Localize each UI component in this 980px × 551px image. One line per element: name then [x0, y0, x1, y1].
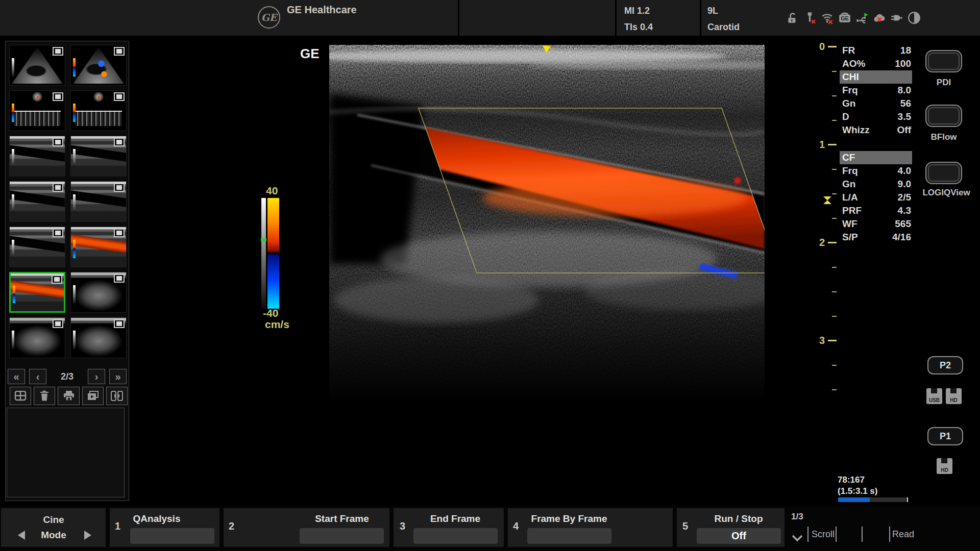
- cine-clip-icon: [114, 183, 125, 192]
- thumbnail-grid: [9, 45, 127, 358]
- depth-label-0: 0: [813, 41, 825, 53]
- thumbnail-pagination: « ‹ 2/3 › »: [7, 368, 128, 385]
- thumb-scale-bar: [73, 240, 76, 258]
- softkey-label: End Frame: [389, 513, 522, 524]
- cine-clip-icon: [53, 183, 63, 192]
- topbar-divider: [458, 0, 459, 36]
- param-row: L/A2/5: [840, 191, 912, 204]
- thumb-scale-bar: [73, 58, 76, 77]
- thumbnail-cardiac-gray[interactable]: [9, 45, 65, 86]
- grid-layout-button[interactable]: [10, 387, 31, 405]
- cloud-offline-icon: [873, 11, 886, 24]
- transfer-button[interactable]: [106, 387, 128, 405]
- softkey-value-button[interactable]: [413, 528, 498, 544]
- print-button[interactable]: [58, 387, 79, 405]
- last-page-button[interactable]: »: [109, 369, 127, 384]
- p1-print-button[interactable]: P1: [927, 427, 963, 445]
- gray-scale-bar: [261, 198, 266, 309]
- cine-progress-end-tick: [907, 497, 908, 502]
- thumb-scale-bar: [12, 240, 14, 258]
- thumb-scale-bar: [12, 104, 14, 122]
- cine-clip-icon: [53, 47, 63, 56]
- softkey-page-chevron[interactable]: [792, 535, 803, 542]
- prev-page-button[interactable]: ‹: [29, 369, 46, 384]
- thumbnail-carotid-long[interactable]: [9, 181, 65, 222]
- ge-logo: GE: [258, 6, 280, 29]
- transfer-icon: [110, 390, 124, 402]
- thumb-scale-bar: [73, 149, 76, 167]
- thumb-scale-bar: [73, 285, 76, 304]
- first-page-button[interactable]: «: [8, 369, 25, 384]
- softkey-number: 2: [229, 520, 234, 532]
- softkey-panel-2: 2 Start Frame: [224, 508, 389, 547]
- thumbnail-carotid-long[interactable]: [70, 181, 127, 222]
- print-icon: [63, 390, 75, 402]
- softkey-label: QAnalysis: [90, 513, 223, 524]
- ultrasound-image[interactable]: [329, 45, 765, 402]
- thumbnail-transverse[interactable]: [9, 317, 65, 358]
- thumbnail-carotid-long[interactable]: [9, 136, 65, 177]
- thumbnail-spectral-doppler[interactable]: [70, 90, 127, 131]
- thumb-scale-bar: [73, 331, 76, 349]
- brand-title: GE Healthcare: [287, 4, 357, 16]
- tis-value: TIs 0.4: [624, 19, 653, 35]
- softkey-label: Start Frame: [276, 513, 408, 524]
- slideshow-button[interactable]: [82, 387, 104, 405]
- softkey-panel-4: 4 Frame By Frame: [508, 508, 673, 547]
- softkey-value-button[interactable]: [300, 528, 384, 544]
- cine-clip-icon: [114, 229, 125, 237]
- knob-divider: [807, 527, 808, 542]
- thumbnail-spectral-doppler[interactable]: [9, 90, 65, 131]
- depth-label-1: 1: [813, 139, 825, 151]
- param-row: WF565: [840, 217, 912, 231]
- thumbnail-cardiac-color[interactable]: [70, 45, 127, 86]
- softkey-panel-1: 1 QAnalysis: [110, 508, 219, 547]
- cine-progress-bar[interactable]: [838, 497, 908, 502]
- thumbnail-transverse[interactable]: [70, 317, 127, 358]
- thumbnail-carotid-long-flow[interactable]: [70, 227, 127, 267]
- delete-button[interactable]: [34, 387, 55, 405]
- cine-clip-icon: [114, 319, 125, 328]
- ultrasound-screen: GE GE Healthcare MI 1.2 TIs 0.4 9L Carot…: [0, 0, 980, 551]
- pdi-label: PDI: [916, 78, 972, 88]
- softkey-value-button[interactable]: Off: [697, 528, 781, 544]
- scale-max-label: 40: [266, 185, 278, 197]
- thumbnail-carotid-long-flow[interactable]: [9, 272, 65, 313]
- clipboard-panel: « ‹ 2/3 › »: [5, 41, 129, 501]
- cine-duration: (1.5:3.1 s): [838, 486, 877, 496]
- next-page-button[interactable]: ›: [88, 369, 105, 384]
- softkey-value-button[interactable]: [130, 528, 214, 544]
- softkey-panel-5: 5 Run / Stop Off: [677, 508, 785, 547]
- knob-divider: [889, 527, 890, 542]
- bflow-button[interactable]: [925, 105, 962, 127]
- cine-mode-next-button[interactable]: [84, 531, 91, 540]
- cine-progress-fill: [838, 497, 870, 502]
- save-hd2-icon[interactable]: HD: [937, 458, 952, 474]
- p2-print-button[interactable]: P2: [927, 356, 963, 374]
- softkey-bar: Cine Mode 1 QAnalysis 2 Start Frame 3 En…: [0, 506, 980, 551]
- pdi-button[interactable]: [925, 50, 962, 72]
- save-usb-icon[interactable]: USB: [926, 388, 942, 404]
- param-row: Frq4.0: [840, 164, 912, 178]
- depth-ruler-major-ticks: [828, 46, 837, 392]
- color-scale-bar: [267, 198, 279, 309]
- parameter-panel: FR18 AO%100 CHI Frq8.0 Gn56 D3.5 WhizzOf…: [840, 44, 912, 244]
- save-hd-icon[interactable]: HD: [946, 388, 962, 404]
- cine-frame-counter: 78:167: [838, 475, 865, 485]
- mode-label: Mode: [28, 530, 79, 541]
- param-row: FR18: [840, 44, 912, 57]
- thumbnail-transverse[interactable]: [70, 272, 127, 313]
- probe-name: 9L: [707, 3, 718, 18]
- logiqview-label: LOGIQView: [918, 188, 974, 198]
- softkey-value-button[interactable]: [527, 528, 611, 544]
- topbar-divider: [700, 0, 701, 36]
- power-plug-icon: [890, 11, 903, 24]
- param-row: D3.5: [840, 110, 912, 123]
- param-row: PRF4.3: [840, 204, 912, 217]
- logiqview-button[interactable]: [925, 162, 962, 184]
- thumbnail-carotid-long[interactable]: [9, 227, 65, 267]
- cine-mode-prev-button[interactable]: [18, 531, 25, 540]
- thumb-scale-bar: [12, 331, 14, 349]
- topbar-divider: [615, 0, 617, 36]
- thumbnail-carotid-long[interactable]: [70, 136, 127, 177]
